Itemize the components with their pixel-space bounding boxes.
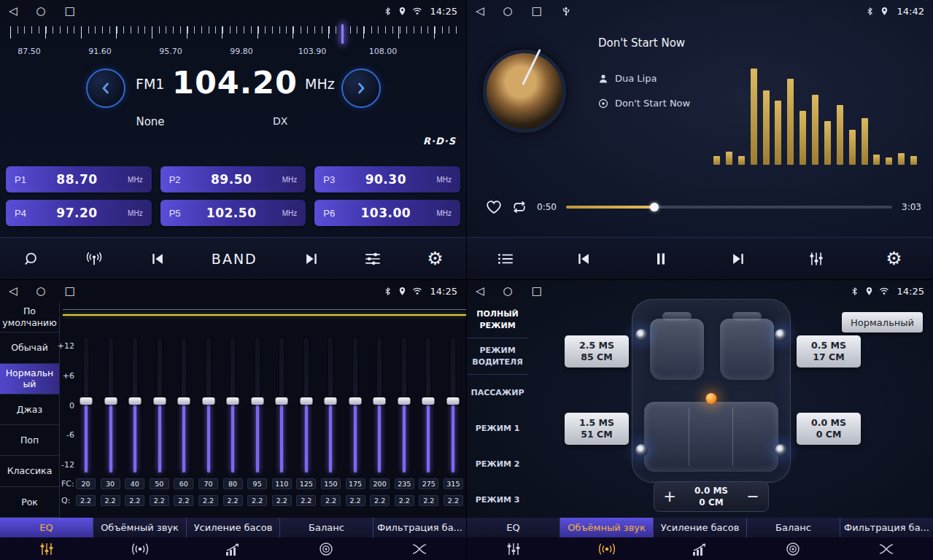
recents-button[interactable]: □ [65, 4, 75, 18]
listening-mode-item[interactable]: РЕЖИМ 3 [467, 482, 528, 518]
eq-band-slider[interactable] [394, 337, 414, 474]
slider-handle[interactable] [276, 397, 288, 405]
eq-band-slider[interactable] [418, 337, 438, 474]
previous-track-button[interactable] [576, 252, 592, 266]
eq-preset-item[interactable]: Классика [0, 456, 59, 486]
recents-button[interactable]: □ [532, 284, 542, 298]
eq-preset-item[interactable]: Поп [0, 425, 59, 456]
eq-band-slider[interactable] [443, 337, 463, 474]
slider-handle[interactable] [80, 397, 93, 405]
preset-button[interactable]: P4 97.20 MHz [6, 200, 152, 226]
eq-preset-item[interactable]: Джаз [0, 394, 59, 425]
back-button[interactable]: ◁ [476, 284, 484, 298]
passenger-seat[interactable] [720, 319, 774, 380]
playlist-icon[interactable] [498, 252, 514, 266]
eq-band-slider[interactable] [174, 337, 194, 474]
filter-icon[interactable] [840, 537, 933, 560]
listening-mode-item[interactable]: РЕЖИМ 2 [467, 446, 528, 482]
eq-band-slider[interactable] [369, 337, 390, 474]
scan-button[interactable] [23, 252, 39, 266]
surround-icon[interactable] [93, 537, 187, 560]
audio-tab[interactable]: Баланс [280, 518, 373, 537]
slider-handle[interactable] [325, 397, 337, 405]
preset-button[interactable]: P1 88.70 MHz [6, 166, 152, 192]
eq-preset-item[interactable]: Рок [0, 487, 59, 518]
slider-handle[interactable] [202, 397, 214, 405]
bass-boost-icon[interactable] [187, 537, 280, 560]
audio-tab[interactable]: Объёмный звук [560, 518, 654, 537]
balance-icon[interactable] [746, 537, 840, 560]
home-button[interactable]: ○ [503, 284, 513, 298]
listening-mode-item[interactable]: ПАССАЖИР [467, 375, 528, 411]
eq-preset-item[interactable]: По умолчанию [0, 302, 59, 332]
eq-band-slider[interactable] [125, 337, 145, 474]
increase-button[interactable]: + [663, 489, 676, 505]
slider-handle[interactable] [178, 397, 190, 405]
eq-band-slider[interactable] [198, 337, 219, 474]
settings-gear-icon[interactable]: ⚙ [427, 249, 443, 268]
eq-band-slider[interactable] [247, 337, 268, 474]
eq-band-slider[interactable] [320, 337, 341, 474]
bass-boost-icon[interactable] [654, 537, 747, 560]
slider-handle[interactable] [153, 397, 166, 405]
slider-handle[interactable] [349, 397, 361, 405]
slider-handle[interactable] [398, 397, 410, 405]
surround-icon[interactable] [560, 537, 654, 560]
recents-button[interactable]: □ [532, 4, 542, 18]
broadcast-icon[interactable] [85, 252, 104, 266]
listening-position-dot[interactable] [706, 393, 717, 404]
slider-handle[interactable] [422, 397, 435, 405]
slider-handle[interactable] [129, 397, 142, 405]
tune-up-button[interactable] [341, 69, 381, 108]
listening-mode-item[interactable]: ПОЛНЫЙ РЕЖИМ [467, 302, 528, 338]
listening-mode-item[interactable]: РЕЖИМ ВОДИТЕЛЯ [467, 338, 528, 375]
slider-handle[interactable] [251, 397, 263, 405]
eq-band-slider[interactable] [296, 337, 317, 474]
slider-handle[interactable] [373, 397, 386, 405]
next-station-button[interactable] [303, 252, 320, 266]
preset-button[interactable]: P5 102.50 MHz [160, 200, 306, 226]
mixer-icon[interactable] [808, 252, 824, 266]
eq-band-slider[interactable] [222, 337, 243, 474]
frequency-ruler[interactable] [10, 26, 460, 44]
settings-gear-icon[interactable]: ⚙ [886, 249, 902, 268]
slider-handle[interactable] [104, 397, 117, 405]
decrease-button[interactable]: − [746, 489, 759, 505]
eq-band-slider[interactable] [76, 337, 96, 474]
favorite-icon[interactable] [486, 200, 502, 214]
slider-handle[interactable] [300, 397, 312, 405]
eq-preset-item[interactable]: Нормальный [0, 364, 59, 394]
home-button[interactable]: ○ [36, 284, 46, 298]
tune-down-button[interactable] [86, 69, 125, 108]
slider-handle[interactable] [227, 397, 239, 405]
back-button[interactable]: ◁ [9, 284, 18, 298]
equalizer-settings-icon[interactable] [365, 252, 381, 266]
eq-band-slider[interactable] [101, 337, 121, 474]
preset-button[interactable]: P3 90.30 MHz [314, 166, 460, 192]
slider-handle[interactable] [446, 397, 459, 405]
eq-preset-badge[interactable]: Нормальный [842, 312, 923, 332]
listening-mode-item[interactable]: РЕЖИМ 1 [467, 411, 528, 446]
audio-tab[interactable]: Фильтрация ба... [373, 518, 466, 537]
audio-tab[interactable]: Баланс [747, 518, 840, 537]
eq-band-slider[interactable] [150, 337, 170, 474]
home-button[interactable]: ○ [36, 4, 46, 18]
preset-button[interactable]: P6 103.00 MHz [314, 200, 460, 226]
eq-sliders-icon[interactable] [467, 537, 560, 560]
audio-tab[interactable]: Усиление басов [187, 518, 280, 537]
audio-tab[interactable]: Усиление басов [654, 518, 747, 537]
back-button[interactable]: ◁ [476, 4, 484, 18]
home-button[interactable]: ○ [503, 4, 513, 18]
audio-tab[interactable]: EQ [467, 518, 560, 537]
repeat-icon[interactable] [511, 200, 527, 214]
pause-button[interactable] [653, 252, 669, 266]
eq-band-slider[interactable] [345, 337, 365, 474]
seek-bar[interactable] [566, 206, 892, 209]
recents-button[interactable]: □ [65, 284, 75, 298]
band-button[interactable]: BAND [212, 251, 258, 267]
driver-seat[interactable] [650, 319, 704, 380]
balance-icon[interactable] [279, 537, 373, 560]
audio-tab[interactable]: Фильтрация ба... [840, 518, 933, 537]
eq-sliders-icon[interactable] [0, 537, 93, 560]
filter-icon[interactable] [373, 537, 466, 560]
